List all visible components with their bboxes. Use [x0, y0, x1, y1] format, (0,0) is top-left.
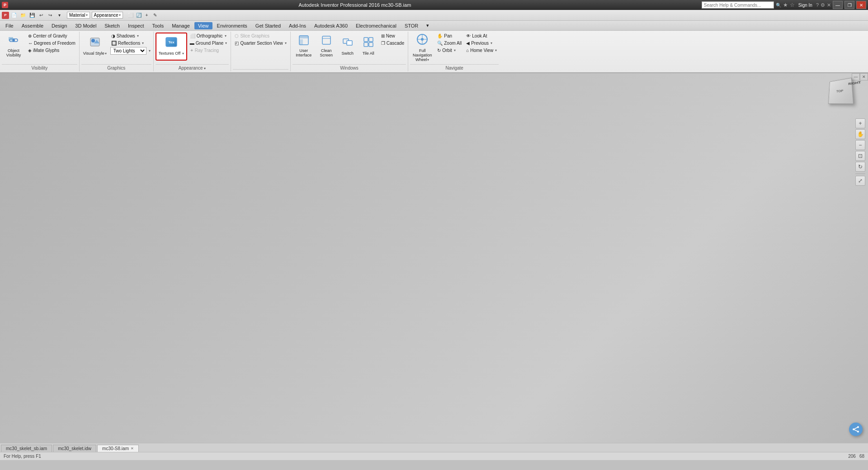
material-dropdown[interactable]: Material ▾ — [67, 12, 90, 19]
zoom-out-button[interactable]: − — [855, 140, 865, 150]
degrees-of-freedom-button[interactable]: ↔ Degrees of Freedom — [26, 40, 77, 47]
quarter-section-view-button[interactable]: ◰ Quarter Section View ▾ — [233, 40, 288, 47]
switch-button[interactable]: Switch — [338, 33, 358, 61]
previous-button[interactable]: ◀ Previous ▾ — [464, 40, 499, 47]
viewcube-face: TOP RIGHT — [828, 78, 854, 104]
rotate-button[interactable]: ↻ — [855, 162, 865, 172]
shadows-button[interactable]: ◑ Shadows ▾ — [109, 33, 151, 39]
tab-get-started[interactable]: Get Started — [252, 22, 284, 29]
settings-icon[interactable]: ⚙ — [821, 2, 825, 8]
qa-open[interactable]: 📁 — [19, 11, 27, 19]
appearance-dropdown[interactable]: Appearance ▾ — [92, 12, 123, 19]
icon3[interactable]: + — [143, 11, 151, 19]
icon1[interactable]: ⬜ — [127, 11, 135, 19]
pan-button[interactable]: ✋ Pan — [435, 33, 463, 39]
ray-tracing-button[interactable]: ✦ Ray Tracing — [188, 47, 229, 54]
full-navigation-wheel-button[interactable]: Full NavigationWheel▾ — [410, 33, 434, 63]
tab-mc30-s8-close[interactable]: ✕ — [131, 446, 134, 451]
minimize-button[interactable]: — — [833, 1, 843, 9]
home-view-button[interactable]: ⌂ Home View ▾ — [464, 47, 499, 54]
tab-a360[interactable]: Autodesk A360 — [311, 22, 351, 29]
viewport[interactable]: — ✕ TOP RIGHT + ✋ − ⊡ ↻ ⤢ — [0, 73, 868, 443]
new-button[interactable]: ⊞ New — [379, 33, 406, 39]
tab-add-ins[interactable]: Add-Ins — [285, 22, 310, 29]
two-lights-select[interactable]: Two Lights One Light No Lights — [110, 47, 146, 55]
vp-close[interactable]: ✕ — [860, 73, 868, 80]
tab-mc30-skelet-idw[interactable]: mc30_skelet.idw — [53, 445, 96, 452]
reflections-button[interactable]: 🔲 Reflections ▾ — [109, 40, 151, 47]
appearance-right-col: ⬜ Orthographic ▾ ▬ Ground Plane ▾ ✦ Ray … — [188, 33, 229, 54]
app-icon: P — [2, 2, 8, 8]
search-input[interactable] — [702, 1, 774, 9]
tab-assemble[interactable]: Assemble — [18, 22, 47, 29]
qa-new[interactable]: 📄 — [10, 11, 18, 19]
tab-mc30-skelet-sb[interactable]: mc30_skelet_sb.iam — [1, 445, 52, 452]
windows-group: UserInterface CleanScreen Sw — [291, 32, 408, 71]
visual-style-group: Visual Style▾ ◑ Shadows ▾ 🔲 Reflections … — [80, 32, 154, 71]
visibility-group-content: ObjectVisibility ⊕ Center of Gravity ↔ D… — [2, 33, 77, 63]
orbit-button[interactable]: ↻ Orbit ▾ — [435, 47, 463, 54]
tab-inspect[interactable]: Inspect — [124, 22, 147, 29]
viewcube[interactable]: TOP RIGHT — [827, 79, 854, 106]
cascade-button[interactable]: ❐ Cascade — [379, 40, 406, 47]
close-small-icon[interactable]: ✕ — [827, 2, 831, 8]
svg-line-26 — [854, 427, 858, 429]
pan-tool-button[interactable]: ✋ — [855, 129, 865, 139]
slice-graphics-button[interactable]: ⬡ Slice Graphics — [233, 33, 288, 39]
tile-all-button[interactable]: Tile All — [359, 33, 378, 61]
qa-more[interactable]: ▾ — [55, 11, 63, 19]
clean-screen-button[interactable]: CleanScreen — [316, 33, 337, 61]
sign-in-button[interactable]: Sign In — [798, 3, 812, 8]
coord-x: 206 — [848, 454, 856, 459]
slice-label: Slice Graphics — [240, 33, 269, 38]
right-tools: + ✋ − ⊡ ↻ ⤢ — [855, 118, 865, 186]
tab-electromechanical[interactable]: Electromechanical — [352, 22, 400, 29]
close-button[interactable]: ✕ — [856, 1, 866, 9]
tab-environments[interactable]: Environments — [213, 22, 251, 29]
qa-undo[interactable]: ↩ — [37, 11, 45, 19]
nav-wheel-label: Full NavigationWheel▾ — [411, 49, 434, 62]
dof-icon: ↔ — [28, 41, 33, 46]
status-bar: For Help, press F1 206 68 — [0, 452, 868, 460]
ground-plane-button[interactable]: ▬ Ground Plane ▾ — [188, 40, 229, 47]
viewcube-top-label: TOP — [836, 89, 844, 93]
slice-icon: ⬡ — [235, 33, 239, 38]
status-coords: 206 68 — [848, 454, 864, 459]
tab-sketch[interactable]: Sketch — [101, 22, 123, 29]
center-of-gravity-button[interactable]: ⊕ Center of Gravity — [26, 33, 77, 39]
star-icon: ★ — [783, 2, 788, 8]
tab-view[interactable]: View — [194, 22, 212, 29]
tab-3dmodel[interactable]: 3D Model — [71, 22, 100, 29]
restore-button[interactable]: ❐ — [844, 1, 854, 9]
tab-file[interactable]: File — [2, 22, 17, 29]
user-interface-button[interactable]: UserInterface — [292, 33, 315, 61]
svg-rect-11 — [322, 36, 330, 44]
tab-design[interactable]: Design — [48, 22, 71, 29]
tab-mc30-skelet-sb-label: mc30_skelet_sb.iam — [6, 446, 47, 451]
expand-button[interactable]: ⤢ — [855, 176, 865, 186]
tab-tools[interactable]: Tools — [148, 22, 167, 29]
orthographic-button[interactable]: ⬜ Orthographic ▾ — [188, 33, 229, 39]
zoom-in-button[interactable]: + — [855, 118, 865, 128]
imate-label: iMate Glyphs — [33, 48, 59, 53]
new-label: New — [386, 33, 395, 38]
icon4[interactable]: ✎ — [151, 11, 159, 19]
object-visibility-button[interactable]: ObjectVisibility — [2, 33, 25, 61]
share-button[interactable] — [849, 423, 863, 436]
look-at-button[interactable]: 👁 Look At — [464, 33, 499, 39]
qa-save[interactable]: 💾 — [28, 11, 36, 19]
zoom-all-button[interactable]: 🔍 Zoom All — [435, 40, 463, 47]
svg-rect-9 — [299, 36, 308, 38]
home-view-label: Home View — [470, 48, 493, 53]
imate-glyphs-button[interactable]: ◈ iMate Glyphs — [26, 47, 77, 54]
textures-off-button[interactable]: Tex Textures Off ▾ — [156, 33, 187, 61]
qa-redo[interactable]: ↪ — [46, 11, 54, 19]
zoom-fit-button[interactable]: ⊡ — [855, 151, 865, 161]
tab-manage[interactable]: Manage — [168, 22, 193, 29]
tab-stor[interactable]: STOR — [401, 22, 422, 29]
tab-mc30-s8[interactable]: mc30-S8.iam ✕ — [97, 445, 139, 452]
tab-more[interactable]: ▾ — [423, 22, 433, 29]
icon2[interactable]: 🔄 — [135, 11, 143, 19]
visual-style-button[interactable]: Visual Style▾ — [81, 33, 108, 61]
help-icon[interactable]: ? — [816, 2, 819, 8]
